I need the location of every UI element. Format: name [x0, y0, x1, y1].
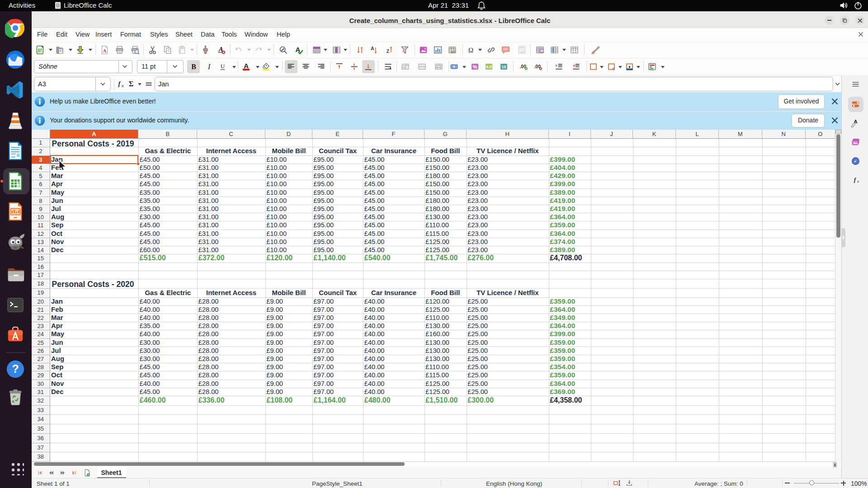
svg-text:Z: Z [387, 48, 390, 54]
svg-text:x: x [122, 84, 124, 88]
svg-text:%: % [472, 64, 477, 70]
svg-text:U: U [221, 63, 225, 70]
svg-text:x: x [857, 179, 859, 183]
svg-text:15: 15 [501, 65, 506, 69]
svg-text:Σ: Σ [129, 80, 134, 88]
svg-text:B: B [191, 63, 196, 70]
svg-text:f: f [118, 80, 121, 87]
svg-text:A: A [295, 46, 300, 53]
svg-text:A: A [103, 48, 107, 53]
svg-text:0.0: 0.0 [486, 65, 492, 69]
svg-text:?: ? [12, 362, 19, 375]
svg-text:I: I [208, 63, 211, 70]
svg-text:Ω: Ω [468, 47, 473, 54]
svg-text:f: f [854, 176, 857, 183]
svg-text:A: A [244, 62, 249, 70]
svg-text:A: A [371, 46, 374, 51]
